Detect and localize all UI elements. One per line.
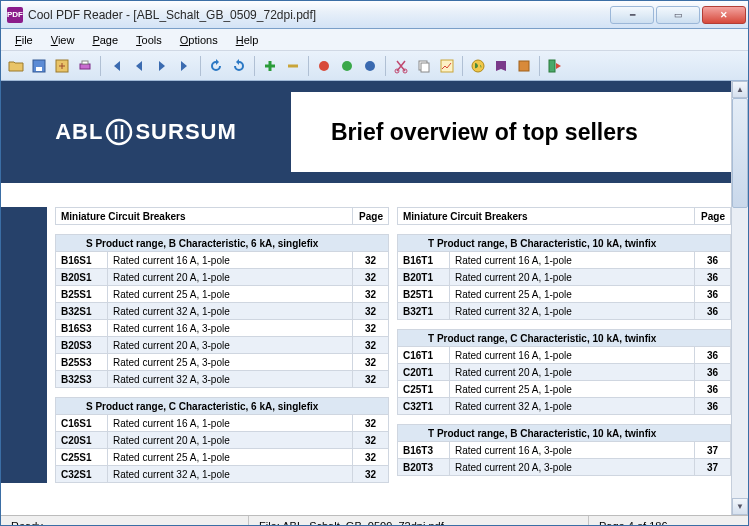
- table-row: C32T1Rated current 32 A, 1-pole36: [398, 398, 731, 415]
- table-row: C25T1Rated current 25 A, 1-pole36: [398, 381, 731, 398]
- table-row: B32S1Rated current 32 A, 1-pole32: [56, 303, 389, 320]
- svg-rect-11: [421, 63, 429, 72]
- svg-rect-1: [36, 67, 42, 71]
- menu-file[interactable]: File: [7, 31, 41, 49]
- menu-options[interactable]: Options: [172, 31, 226, 49]
- chart-icon[interactable]: [436, 55, 458, 77]
- app-icon: PDF: [7, 7, 23, 23]
- table-row: B25S1Rated current 25 A, 1-pole32: [56, 286, 389, 303]
- copy-icon[interactable]: [413, 55, 435, 77]
- table-row: C16T1Rated current 16 A, 1-pole36: [398, 347, 731, 364]
- window-title: Cool PDF Reader - [ABL_Schalt_GB_0509_72…: [28, 8, 610, 22]
- red-dot-icon[interactable]: [313, 55, 335, 77]
- svg-point-7: [365, 61, 375, 71]
- blue-dot-icon[interactable]: [359, 55, 381, 77]
- last-page-icon[interactable]: [174, 55, 196, 77]
- globe-icon[interactable]: [467, 55, 489, 77]
- table-row: B16S3Rated current 16 A, 3-pole32: [56, 320, 389, 337]
- table-row: B20T1Rated current 20 A, 1-pole36: [398, 269, 731, 286]
- zoom-in-icon[interactable]: [259, 55, 281, 77]
- table-row: B16T1Rated current 16 A, 1-pole36: [398, 252, 731, 269]
- table-row: C25S1Rated current 25 A, 1-pole32: [56, 449, 389, 466]
- table-row: C16S1Rated current 16 A, 1-pole32: [56, 415, 389, 432]
- table-row: B16T3Rated current 16 A, 3-pole37: [398, 442, 731, 459]
- table-row: B20T3Rated current 20 A, 3-pole37: [398, 459, 731, 476]
- vertical-scrollbar[interactable]: ▲ ▼: [731, 81, 748, 515]
- content-area: ABL SURSUM Brief overview of top sellers…: [1, 81, 748, 515]
- page-heading: Brief overview of top sellers: [291, 92, 731, 172]
- logo-icon: [105, 118, 133, 146]
- status-page: Page 4 of 186: [589, 516, 748, 526]
- svg-rect-4: [82, 61, 88, 64]
- first-page-icon[interactable]: [105, 55, 127, 77]
- table-row: C20S1Rated current 20 A, 1-pole32: [56, 432, 389, 449]
- svg-point-5: [319, 61, 329, 71]
- svg-rect-3: [80, 64, 90, 69]
- close-button[interactable]: ✕: [702, 6, 746, 24]
- toolbar: [1, 51, 748, 81]
- book-icon[interactable]: [490, 55, 512, 77]
- table-row: C20T1Rated current 20 A, 1-pole36: [398, 364, 731, 381]
- titlebar: PDF Cool PDF Reader - [ABL_Schalt_GB_050…: [1, 1, 748, 29]
- menubar: File View Page Tools Options Help: [1, 29, 748, 51]
- maximize-button[interactable]: ▭: [656, 6, 700, 24]
- table-row: B32S3Rated current 32 A, 3-pole32: [56, 371, 389, 388]
- table-row: B20S3Rated current 20 A, 3-pole32: [56, 337, 389, 354]
- save-icon[interactable]: [28, 55, 50, 77]
- export-icon[interactable]: [51, 55, 73, 77]
- scroll-down-icon[interactable]: ▼: [732, 498, 748, 515]
- menu-page[interactable]: Page: [84, 31, 126, 49]
- svg-rect-15: [549, 60, 555, 72]
- scroll-up-icon[interactable]: ▲: [732, 81, 748, 98]
- prev-page-icon[interactable]: [128, 55, 150, 77]
- logo: ABL SURSUM: [1, 118, 291, 146]
- menu-tools[interactable]: Tools: [128, 31, 170, 49]
- table-row: B25T1Rated current 25 A, 1-pole36: [398, 286, 731, 303]
- zoom-out-icon[interactable]: [282, 55, 304, 77]
- table-row: B25S3Rated current 25 A, 3-pole32: [56, 354, 389, 371]
- pdf-page: ABL SURSUM Brief overview of top sellers…: [1, 81, 731, 483]
- minimize-button[interactable]: ━: [610, 6, 654, 24]
- table-left: Miniature Circuit BreakersPage S Product…: [55, 207, 389, 483]
- svg-rect-14: [519, 61, 529, 71]
- table-row: C32S1Rated current 32 A, 1-pole32: [56, 466, 389, 483]
- status-file: File: ABL_Schalt_GB_0509_72dpi.pdf: [249, 516, 589, 526]
- print-icon[interactable]: [74, 55, 96, 77]
- next-page-icon[interactable]: [151, 55, 173, 77]
- rotate-right-icon[interactable]: [228, 55, 250, 77]
- menu-help[interactable]: Help: [228, 31, 267, 49]
- table-row: B32T1Rated current 32 A, 1-pole36: [398, 303, 731, 320]
- rotate-left-icon[interactable]: [205, 55, 227, 77]
- exit-icon[interactable]: [544, 55, 566, 77]
- menu-view[interactable]: View: [43, 31, 83, 49]
- table-row: B16S1Rated current 16 A, 1-pole32: [56, 252, 389, 269]
- table-row: B20S1Rated current 20 A, 1-pole32: [56, 269, 389, 286]
- svg-point-16: [107, 120, 131, 144]
- table-right: Miniature Circuit BreakersPage T Product…: [397, 207, 731, 476]
- green-dot-icon[interactable]: [336, 55, 358, 77]
- scroll-thumb[interactable]: [732, 98, 748, 208]
- svg-rect-12: [441, 60, 453, 72]
- open-icon[interactable]: [5, 55, 27, 77]
- status-ready: Ready.: [1, 516, 249, 526]
- statusbar: Ready. File: ABL_Schalt_GB_0509_72dpi.pd…: [1, 515, 748, 526]
- svg-point-6: [342, 61, 352, 71]
- stop-icon[interactable]: [513, 55, 535, 77]
- cut-icon[interactable]: [390, 55, 412, 77]
